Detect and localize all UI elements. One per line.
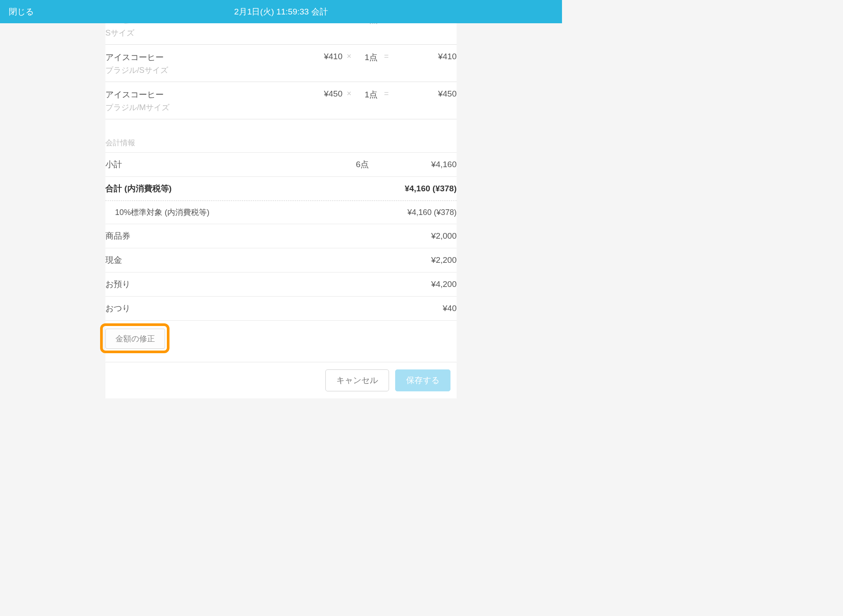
- item-quantity: 1点: [356, 89, 378, 100]
- multiply-symbol: ×: [342, 52, 356, 61]
- item-name: アイスコーヒー: [105, 52, 303, 63]
- change-value: ¥40: [369, 304, 457, 313]
- item-line-total: ¥410: [395, 52, 457, 61]
- tax-value: ¥4,160 (¥378): [407, 208, 457, 217]
- item-line-total: ¥450: [395, 89, 457, 99]
- received-value: ¥4,200: [369, 279, 457, 289]
- voucher-label: 商品券: [105, 230, 369, 242]
- item-quantity: 1点: [356, 52, 378, 63]
- summary-section-label: 会計情報: [105, 119, 457, 152]
- item-variant: ブラジル/Mサイズ: [105, 102, 303, 113]
- received-row: お預り ¥4,200: [105, 272, 457, 297]
- change-label: おつり: [105, 303, 369, 314]
- subtotal-quantity: 6点: [334, 159, 369, 170]
- equals-symbol: =: [378, 52, 395, 61]
- total-row: 合計 (内消費税等) ¥4,160 (¥378): [105, 177, 457, 201]
- voucher-value: ¥2,000: [369, 231, 457, 241]
- line-item: アイスコーヒー ブラジル/Mサイズ ¥450 × 1点 = ¥450: [105, 82, 457, 119]
- tax-label: 10%標準対象 (内消費税等): [115, 207, 407, 218]
- cash-row: 現金 ¥2,200: [105, 248, 457, 272]
- tax-row: 10%標準対象 (内消費税等) ¥4,160 (¥378): [105, 201, 457, 224]
- page-title: 2月1日(火) 11:59:33 会計: [234, 6, 328, 18]
- equals-symbol: =: [378, 89, 395, 98]
- subtotal-label: 小計: [105, 159, 334, 170]
- item-name: アイスコーヒー: [105, 89, 303, 100]
- multiply-symbol: ×: [342, 89, 356, 98]
- voucher-row: 商品券 ¥2,000: [105, 224, 457, 248]
- subtotal-value: ¥4,160: [369, 160, 457, 169]
- cancel-button[interactable]: キャンセル: [325, 369, 389, 391]
- receipt-panel: コーヒー Sサイズ ¥300 × 1点 = ¥300 アイスコーヒー ブラジル/…: [105, 14, 457, 362]
- item-unit-price: ¥410: [303, 52, 342, 61]
- received-label: お預り: [105, 279, 369, 290]
- footer-bar: キャンセル 保存する: [105, 362, 457, 398]
- item-unit-price: ¥450: [303, 89, 342, 99]
- total-value: ¥4,160 (¥378): [405, 184, 457, 193]
- edit-amount-button[interactable]: 金額の修正: [105, 329, 165, 349]
- subtotal-row: 小計 6点 ¥4,160: [105, 153, 457, 177]
- save-button[interactable]: 保存する: [395, 369, 450, 391]
- cash-value: ¥2,200: [369, 255, 457, 265]
- line-item: アイスコーヒー ブラジル/Sサイズ ¥410 × 1点 = ¥410: [105, 45, 457, 82]
- cash-label: 現金: [105, 254, 369, 266]
- item-variant: ブラジル/Sサイズ: [105, 65, 303, 75]
- item-variant: Sサイズ: [105, 28, 303, 38]
- app-header: 閉じる 2月1日(火) 11:59:33 会計: [0, 0, 562, 23]
- total-label: 合計 (内消費税等): [105, 183, 405, 194]
- close-button[interactable]: 閉じる: [9, 6, 34, 18]
- change-row: おつり ¥40: [105, 297, 457, 321]
